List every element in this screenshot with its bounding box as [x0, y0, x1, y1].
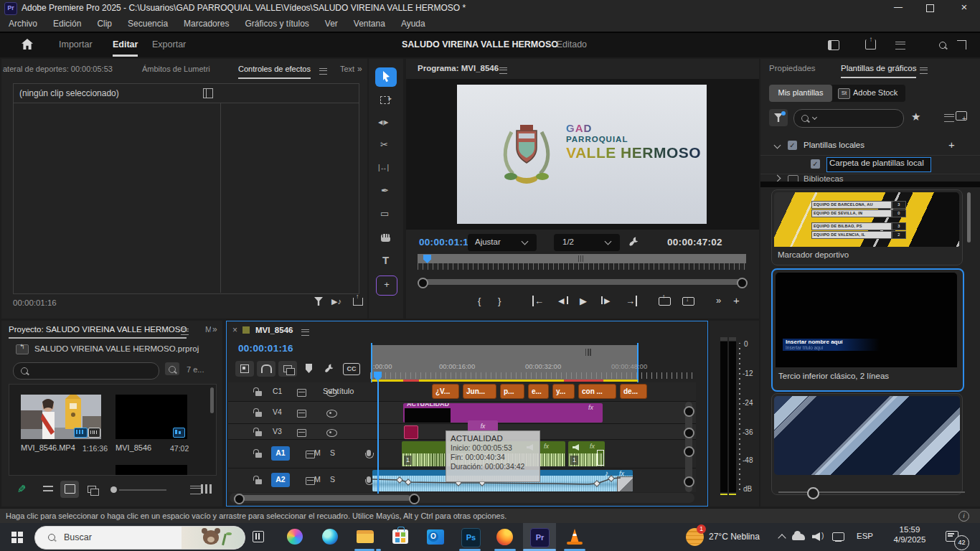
bin-scrollbar[interactable]: [210, 387, 214, 413]
a1-lock-icon[interactable]: [255, 453, 262, 458]
timeline-tab-label[interactable]: MVI_8546: [255, 326, 293, 334]
task-view-icon[interactable]: [253, 531, 264, 542]
split-view-icon[interactable]: [203, 88, 213, 98]
c1-track-name[interactable]: C1: [273, 387, 282, 395]
a1-solo-button[interactable]: S: [330, 448, 335, 457]
add-marker-button[interactable]: [306, 364, 312, 373]
photoshop-icon[interactable]: Ps: [461, 528, 481, 547]
project-panel-menu-icon[interactable]: [181, 329, 189, 335]
weather-text[interactable]: 27°C Neblina: [709, 532, 760, 542]
tab-propiedades[interactable]: Propiedades: [769, 64, 816, 72]
templates-scrollbar[interactable]: [967, 192, 971, 242]
pen-tool[interactable]: ✒: [381, 185, 389, 196]
settings-wrench-icon[interactable]: [627, 236, 639, 248]
copilot-icon[interactable]: [287, 529, 303, 545]
tab-ambitos-lumetri[interactable]: Ámbitos de Lumetri: [142, 65, 210, 73]
a2-track-badge[interactable]: A2: [271, 473, 290, 487]
nest-toggle-button[interactable]: [235, 361, 254, 377]
a2-voiceover-icon[interactable]: [367, 476, 371, 483]
onedrive-icon[interactable]: [792, 534, 805, 540]
scrollbar-left-knob[interactable]: [418, 278, 428, 288]
caption-clip-7[interactable]: de...: [620, 384, 647, 399]
step-back-button[interactable]: ◀: [558, 296, 564, 306]
more-controls-button[interactable]: »: [716, 295, 721, 306]
caption-clip-6[interactable]: con ...: [578, 384, 616, 399]
caption-clip-1[interactable]: ¿V...: [432, 384, 459, 399]
step-forward-button[interactable]: ▶: [604, 296, 610, 306]
carpeta-local-checkbox[interactable]: ✓: [811, 159, 820, 169]
sort-icon[interactable]: [190, 486, 201, 494]
menu-ventana[interactable]: Ventana: [354, 19, 385, 29]
c1-lock-icon[interactable]: [255, 391, 262, 396]
menu-marcadores[interactable]: Marcadores: [184, 19, 229, 29]
fullscreen-icon[interactable]: [957, 40, 966, 50]
h-scroll-left-knob[interactable]: [234, 494, 245, 504]
zoom-slider-knob[interactable]: [110, 486, 117, 493]
carpeta-local-rename-field[interactable]: Carpeta de plantillas local: [826, 157, 931, 172]
a1-scroll-knob[interactable]: [684, 446, 694, 457]
slip-tool[interactable]: |↔|: [378, 164, 389, 171]
play-button[interactable]: ▶: [580, 296, 587, 306]
filter-templates-button[interactable]: [769, 109, 788, 126]
taskbar-search-box[interactable]: Buscar: [34, 526, 245, 550]
tab-exportar[interactable]: Exportar: [152, 39, 186, 50]
captions-cc-button[interactable]: CC: [343, 363, 360, 375]
ripple-edit-tool[interactable]: ◀|▶: [378, 119, 388, 126]
a2-mute-button[interactable]: M: [314, 475, 321, 484]
tree-row-bibliotecas[interactable]: Bibliotecas: [760, 174, 980, 182]
search-icon[interactable]: [939, 42, 946, 49]
timeline-ruler[interactable]: :00:00 00:00:16:00 00:00:32:00 00:00:48:…: [370, 343, 697, 382]
info-icon[interactable]: i: [958, 511, 969, 522]
freeform-view-icon[interactable]: [88, 486, 96, 493]
track-select-forward-tool[interactable]: [380, 96, 390, 104]
scrollbar-right-knob[interactable]: [737, 278, 748, 288]
go-to-in-button[interactable]: ←: [532, 296, 544, 306]
linked-selection-button[interactable]: [278, 361, 297, 377]
clip-video-badge-icon[interactable]: [74, 428, 88, 438]
clip-audio-badge-icon[interactable]: [88, 428, 100, 438]
program-panel-menu-icon[interactable]: [499, 67, 507, 74]
lift-button[interactable]: ↑: [659, 297, 671, 306]
v3-track-name[interactable]: V3: [273, 427, 282, 435]
a1-track-badge[interactable]: A1: [271, 446, 290, 461]
bibliotecas-expand-icon[interactable]: [774, 175, 781, 182]
v4-track-name[interactable]: V4: [273, 408, 282, 416]
hand-tool[interactable]: [381, 234, 390, 242]
menu-edicion[interactable]: Edición: [53, 19, 81, 29]
small-clip-crimson[interactable]: [404, 425, 418, 439]
tree-row-carpeta-local[interactable]: ✓ Carpeta de plantillas local: [760, 155, 980, 174]
zoom-slider-track[interactable]: [119, 489, 166, 491]
filmstrip-icon[interactable]: [201, 484, 212, 494]
panel-menu-icon[interactable]: [319, 68, 327, 75]
navigate-up-icon[interactable]: ↰: [16, 344, 29, 354]
program-video-frame[interactable]: GAD PARROQUIAL VALLE HERMOSO: [457, 85, 707, 224]
bin-item-sequence-name[interactable]: MVI_8546: [116, 443, 151, 452]
extract-button[interactable]: ↓: [682, 297, 694, 306]
go-to-out-button[interactable]: →: [626, 296, 637, 306]
template-card-diagonales[interactable]: [771, 393, 963, 495]
sequence-badge-icon[interactable]: [173, 428, 185, 438]
fit-dropdown[interactable]: Ajustar: [468, 234, 537, 251]
add-button-button[interactable]: +: [733, 294, 740, 306]
microsoft-store-icon[interactable]: [392, 529, 408, 544]
bin-item-sequence[interactable]: [116, 395, 187, 439]
search-scope-chevron-icon[interactable]: [812, 115, 817, 120]
tab-texto[interactable]: Text: [340, 65, 354, 73]
slider-knob[interactable]: [807, 487, 819, 499]
bibliotecas-checkbox[interactable]: [788, 175, 798, 182]
vlc-icon[interactable]: [567, 529, 583, 545]
template-card-tercio-inferior[interactable]: Insertar nombre aquí Insertar título aqu…: [771, 268, 964, 392]
premiere-taskbar-button[interactable]: Pr: [523, 523, 556, 551]
caption-clip-4[interactable]: e...: [528, 384, 549, 399]
bin-item-clip-name[interactable]: MVI_8546.MP4: [21, 443, 75, 452]
menu-ayuda[interactable]: Ayuda: [401, 19, 425, 29]
network-icon[interactable]: [832, 532, 844, 541]
playback-resolution-dropdown[interactable]: 1/2: [554, 234, 620, 251]
rectangle-tool[interactable]: ▭: [380, 208, 389, 219]
v3-scroll-knob[interactable]: [684, 428, 694, 438]
program-scrollbar[interactable]: [418, 277, 746, 287]
thumbnail-size-slider[interactable]: [778, 486, 965, 498]
h-scroll-right-knob[interactable]: [409, 494, 420, 504]
search-highlight-image[interactable]: [182, 527, 245, 549]
firefox-icon[interactable]: [496, 529, 513, 545]
